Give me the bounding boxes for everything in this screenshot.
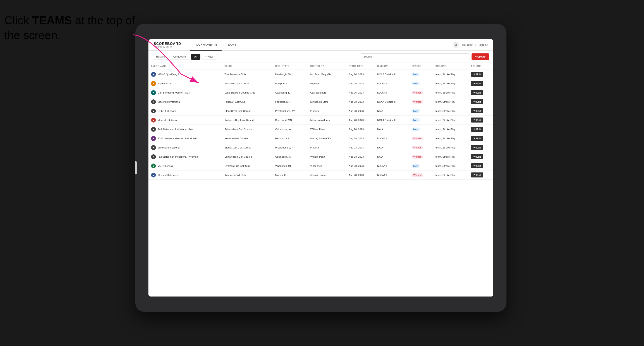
gender-badge: Men [412,82,420,85]
search-container [361,53,470,60]
cell-hosted-by: Vincennes [308,161,346,171]
edit-button[interactable]: ✏ Edit [471,90,484,95]
edit-icon: ✏ [474,146,476,149]
edit-icon: ✏ [474,73,476,76]
table-header-row: EVENT NAME VENUE CITY, STATE HOSTED BY S… [148,63,493,70]
cell-start-date: Aug 26, 2023 [346,88,374,97]
event-name-text: Maverick Invitational [158,101,180,103]
gender-badge: Women [412,137,423,140]
cell-gender: Men [409,161,433,171]
instruction-text: Click TEAMS at the top of the screen. [4,13,135,42]
all-filter-button[interactable]: All [191,54,200,60]
cell-event-name: ● Highland 36 [148,79,222,88]
cell-division: NCAA Division II [374,97,409,106]
event-icon: ● [151,118,156,123]
edit-icon: ✏ [474,82,476,85]
edit-button[interactable]: ✏ Edit [471,154,484,159]
cell-venue: Lake Bracken Country Club [222,88,272,97]
filter-icon: ≡ [205,55,206,58]
cell-venue: StoneCrest Golf Course [222,143,272,152]
event-name-text: MSMC Qualifying 1 [158,73,179,76]
gear-icon[interactable]: ⚙ [453,42,459,48]
col-hosted-by: HOSTED BY [308,63,346,70]
cell-hosted-by: William Penn [308,152,346,161]
tournaments-table: EVENT NAME VENUE CITY, STATE HOSTED BY S… [148,63,493,180]
cell-city-state: Newburgh, NY [272,70,308,79]
cell-venue: StoneCrest Golf Course [222,106,272,116]
cell-hosted-by: Mt. Saint Mary (NY) [308,70,346,79]
event-name-text: Morris Invitational [158,119,177,121]
table-row: ● Maverick Invitational Faribault Golf C… [148,97,493,106]
cell-venue: The Powelton Club [222,70,272,79]
table-row: ● Fall Statesmen Invitational - Women Ed… [148,152,493,161]
cell-city-state: Vincennes, IN [272,161,308,171]
cell-venue: Ruttger's Bay Lake Resort [222,116,272,125]
table-row: ● VU PREVIEW Cypress Hills Golf Club Vin… [148,161,493,171]
event-name-text: Fall Statesmen Invitational - Men [158,128,194,131]
cell-city-state: Galesburg, IL [272,88,308,97]
cell-actions: ✏ Edit [468,143,493,152]
cell-city-state: Hesston, KS [272,134,308,143]
edit-button[interactable]: ✏ Edit [471,118,484,123]
cell-gender: Men [409,70,433,79]
edit-icon: ✏ [474,165,476,167]
cell-venue: Faribault Golf Club [222,97,272,106]
edit-button[interactable]: ✏ Edit [471,173,484,177]
edit-button[interactable]: ✏ Edit [471,99,484,104]
cell-event-name: ● MSMC Qualifying 1 [148,70,222,79]
cell-division: NJCAA I [374,79,409,88]
gender-badge: Men [412,164,420,168]
edit-button[interactable]: ✏ Edit [471,72,484,77]
cell-hosted-by: Pikeville [308,143,346,152]
cell-city-state: Prestonsburg, KY [272,143,308,152]
cell-division: NJCAA I [374,88,409,97]
cell-event-name: ● 2023 Women's Hesston Fall Kickoff [148,134,222,143]
cell-event-name: ● Klash at Kokopelli [148,171,222,180]
edit-button[interactable]: ✏ Edit [471,108,484,113]
sign-out-link[interactable]: Sign out [478,43,488,46]
tablet-device: SCOREBOARD Powered by Clippit TOURNAMENT… [135,24,506,312]
cell-event-name: ● Morris Invitational [148,116,222,125]
filter-button[interactable]: ≡ Filter [202,54,216,60]
col-actions: ACTIONS [468,63,493,70]
cell-start-date: Aug 28, 2023 [346,106,374,116]
edit-button[interactable]: ✏ Edit [471,136,484,141]
tab-teams[interactable]: TEAMS [222,39,240,51]
event-name-text: Carl Sandburg Women FA23 [158,91,190,94]
tab-tournaments[interactable]: TOURNAMENTS [190,39,222,51]
event-icon: ● [151,99,156,104]
edit-button[interactable]: ✏ Edit [471,81,484,86]
col-division: DIVISION [374,63,409,70]
cell-division: NCAA Division III [374,70,409,79]
cell-division: NJCAA II [374,161,409,171]
cell-hosted-by: Minnesota State [308,97,346,106]
edit-button[interactable]: ✏ Edit [471,163,484,168]
hosting-filter-button[interactable]: Hosting [153,54,168,60]
cell-scoring: team, Stroke Play [433,97,468,106]
edit-icon: ✏ [474,100,476,103]
edit-button[interactable]: ✏ Edit [471,145,484,150]
cell-start-date: Aug 28, 2023 [346,161,374,171]
event-name-text: UPKE Fall Invite [158,110,176,112]
cell-scoring: team, Stroke Play [433,125,468,134]
cell-division: NAIA [374,143,409,152]
cell-start-date: Aug 28, 2023 [346,171,374,180]
table-row: ● upike fall invitational StoneCrest Gol… [148,143,493,152]
cell-hosted-by: William Penn [308,125,346,134]
event-icon: ● [151,145,156,150]
cell-gender: Women [409,134,433,143]
search-input[interactable] [361,53,470,60]
cell-event-name: ● Fall Statesmen Invitational - Women [148,152,222,161]
cell-scoring: team, Stroke Play [433,70,468,79]
cell-city-state: Freeport, IL [272,79,308,88]
competing-filter-button[interactable]: Competing [170,54,189,60]
tournaments-table-container: EVENT NAME VENUE CITY, STATE HOSTED BY S… [148,63,493,297]
cell-division: NAIA [374,152,409,161]
create-button[interactable]: + Create [472,53,489,60]
edit-button[interactable]: ✏ Edit [471,127,484,132]
nav-right: ⚙ Test User | Sign out [453,42,488,48]
logo-subtitle: Powered by Clippit [154,46,181,48]
cell-event-name: ● VU PREVIEW [148,161,222,171]
cell-actions: ✏ Edit [468,125,493,134]
cell-venue: Edmundson Golf Course [222,125,272,134]
